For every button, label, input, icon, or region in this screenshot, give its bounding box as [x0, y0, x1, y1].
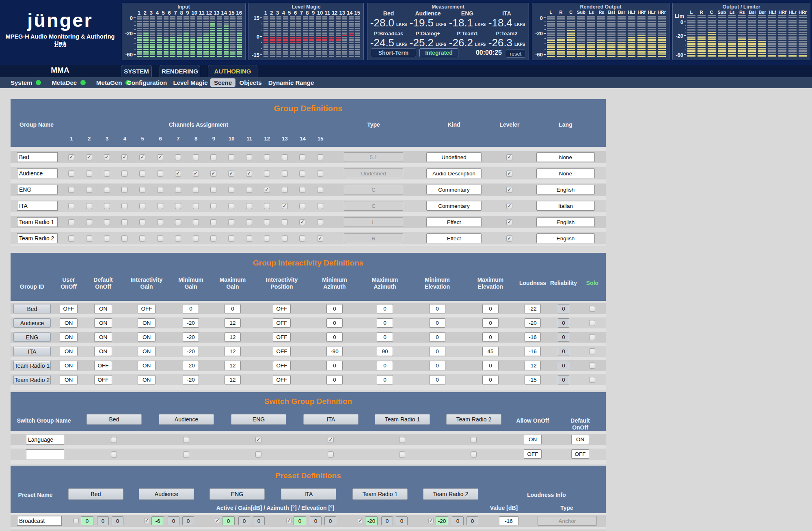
max-az-field[interactable]: 0 [377, 318, 393, 328]
max-el-field[interactable]: 0 [482, 304, 499, 313]
channel-checkbox[interactable] [282, 171, 288, 177]
min-el-field[interactable]: 0 [429, 361, 445, 370]
channel-checkbox[interactable] [264, 171, 270, 177]
default-onoff-button[interactable]: ON [94, 332, 112, 342]
preset-elevation-field[interactable]: 0 [324, 516, 336, 525]
preset-group-header-button[interactable]: Team Radio 2 [423, 488, 478, 500]
igain-onoff-button[interactable]: ON [138, 361, 155, 370]
lang-select[interactable]: None [536, 168, 595, 178]
preset-gain-field[interactable]: 0 [294, 516, 306, 525]
channel-checkbox[interactable] [157, 187, 163, 193]
min-el-field[interactable]: 0 [429, 375, 445, 384]
switch-group-header-button[interactable]: ENG [231, 414, 286, 425]
group-id-button[interactable]: ITA [13, 347, 51, 356]
channel-checkbox[interactable] [139, 187, 145, 193]
solo-checkbox[interactable] [589, 334, 595, 340]
preset-group-header-button[interactable]: Audience [139, 488, 194, 500]
kind-select[interactable]: Audio Description [426, 168, 482, 178]
channel-checkbox[interactable] [264, 203, 270, 209]
channel-checkbox[interactable] [175, 219, 181, 225]
max-el-field[interactable]: 0 [482, 361, 499, 370]
preset-active-checkbox[interactable]: ✓ [286, 518, 292, 523]
channel-checkbox[interactable] [175, 203, 181, 209]
max-az-field[interactable]: 0 [377, 375, 393, 384]
channel-checkbox[interactable] [228, 219, 234, 225]
group-name-input[interactable] [17, 233, 58, 243]
channel-checkbox[interactable] [282, 187, 288, 193]
channel-checkbox[interactable] [299, 171, 305, 177]
default-onoff-button[interactable]: OFF [94, 361, 112, 370]
channel-checkbox[interactable] [193, 203, 199, 209]
user-onoff-button[interactable]: ON [60, 318, 78, 328]
channel-checkbox[interactable] [193, 219, 199, 225]
channel-checkbox[interactable]: ✓ [282, 203, 288, 209]
igain-onoff-button[interactable]: ON [138, 347, 155, 356]
preset-gain-field[interactable]: 0 [81, 516, 93, 525]
kind-select[interactable]: Effect [426, 233, 482, 243]
switch-group-header-button[interactable]: ITA [303, 414, 358, 425]
switch-group-checkbox[interactable] [399, 437, 405, 443]
short-term-button[interactable]: Short-Term [371, 48, 416, 57]
integrated-button[interactable]: Integrated [419, 48, 458, 57]
channel-checkbox[interactable] [175, 154, 181, 160]
reset-button[interactable]: reset [506, 50, 525, 58]
preset-group-header-button[interactable]: ITA [281, 488, 336, 500]
tab-rendering[interactable]: RENDERING [160, 65, 200, 77]
channel-checkbox[interactable] [104, 203, 110, 209]
default-onoff-button[interactable]: ON [94, 304, 112, 313]
preset-group-header-button[interactable]: ENG [209, 488, 265, 500]
preset-azimuth-field[interactable]: 0 [238, 516, 250, 525]
preset-gain-field[interactable]: -6 [151, 516, 164, 525]
channel-checkbox[interactable] [299, 154, 305, 160]
switch-group-header-button[interactable]: Audience [159, 414, 214, 425]
channel-checkbox[interactable] [86, 187, 92, 193]
min-gain-field[interactable]: 0 [183, 304, 199, 313]
igain-onoff-button[interactable]: ON [138, 332, 155, 342]
igain-onoff-button[interactable]: ON [138, 375, 155, 384]
channel-checkbox[interactable] [68, 219, 74, 225]
loudness-value-field[interactable]: -16 [499, 516, 518, 525]
channel-checkbox[interactable] [317, 187, 323, 193]
channel-checkbox[interactable] [68, 235, 74, 242]
max-az-field[interactable]: 90 [377, 347, 393, 356]
tab-system[interactable]: SYSTEM [121, 65, 152, 77]
channel-checkbox[interactable] [104, 171, 110, 177]
channel-checkbox[interactable]: ✓ [246, 171, 252, 177]
channel-checkbox[interactable]: ✓ [264, 187, 270, 193]
channel-checkbox[interactable]: ✓ [175, 171, 181, 177]
channel-checkbox[interactable] [68, 171, 74, 177]
max-gain-field[interactable]: 12 [225, 332, 241, 342]
preset-active-checkbox[interactable]: ✓ [358, 518, 363, 523]
group-name-input[interactable] [17, 201, 58, 211]
channel-checkbox[interactable] [139, 203, 145, 209]
lang-select[interactable]: None [536, 152, 595, 162]
switch-group-checkbox[interactable] [111, 437, 117, 443]
channel-checkbox[interactable] [68, 203, 74, 209]
loudness-field[interactable]: -20 [525, 318, 541, 328]
leveler-checkbox[interactable]: ✓ [506, 154, 512, 160]
igain-onoff-button[interactable]: ON [138, 318, 155, 328]
channel-checkbox[interactable]: ✓ [317, 235, 323, 242]
nav-item-dynamic-range[interactable]: Dynamic Range [268, 77, 314, 88]
channel-checkbox[interactable] [246, 219, 252, 225]
lang-select[interactable]: English [536, 185, 595, 194]
channel-checkbox[interactable] [86, 235, 92, 242]
preset-group-header-button[interactable]: Team Radio 1 [352, 488, 408, 500]
max-az-field[interactable]: 0 [377, 304, 393, 313]
switch-group-name-input[interactable] [26, 435, 64, 445]
channel-checkbox[interactable]: ✓ [210, 171, 216, 177]
switch-group-checkbox[interactable]: ✓ [255, 437, 261, 443]
ipos-onoff-button[interactable]: OFF [273, 304, 291, 313]
channel-checkbox[interactable] [139, 219, 145, 225]
min-az-field[interactable]: 0 [326, 304, 343, 313]
min-az-field[interactable]: -90 [326, 347, 343, 356]
default-onoff-button[interactable]: ON [94, 318, 112, 328]
group-id-button[interactable]: Audience [13, 318, 51, 328]
nav-item-configuration[interactable]: Configuration [127, 77, 167, 88]
min-az-field[interactable]: 0 [326, 375, 343, 384]
channel-checkbox[interactable] [104, 187, 110, 193]
min-el-field[interactable]: 0 [429, 332, 445, 342]
channel-checkbox[interactable] [246, 154, 252, 160]
switch-group-checkbox[interactable] [183, 451, 189, 458]
lang-select[interactable]: Italian [536, 201, 595, 211]
